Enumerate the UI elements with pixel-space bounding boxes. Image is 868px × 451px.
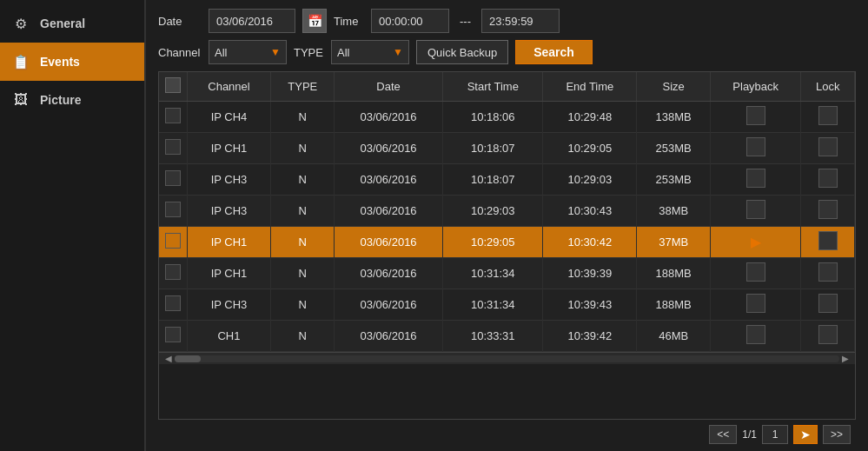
table-row[interactable]: IP CH3N03/06/201610:29:0310:30:4338MB	[159, 196, 855, 227]
table-row[interactable]: IP CH3N03/06/201610:18:0710:29:03253MB	[159, 164, 855, 196]
cell-type: N	[271, 102, 335, 133]
page-go-button[interactable]: ➤	[793, 425, 818, 444]
first-page-button[interactable]: <<	[709, 425, 737, 444]
time-start-input[interactable]	[371, 9, 449, 33]
cell-lock[interactable]	[801, 227, 855, 258]
header-start-time: Start Time	[443, 72, 543, 102]
cell-channel: IP CH4	[187, 102, 271, 133]
table-row[interactable]: IP CH1N03/06/201610:29:0510:30:4237MB▶	[159, 227, 855, 258]
cell-date: 03/06/2016	[335, 258, 443, 289]
cell-end-time: 10:29:05	[543, 133, 637, 164]
channel-dropdown[interactable]: All ▼	[209, 40, 287, 64]
type-label: TYPE	[294, 46, 324, 59]
row-checkbox[interactable]	[165, 264, 181, 280]
cell-size: 253MB	[637, 164, 711, 196]
cell-lock[interactable]	[801, 133, 855, 164]
row-checkbox[interactable]	[165, 233, 181, 249]
table-row[interactable]: IP CH3N03/06/201610:31:3410:39:43188MB	[159, 289, 855, 321]
cell-lock[interactable]	[801, 258, 855, 289]
lock-button[interactable]	[818, 200, 838, 219]
row-checkbox[interactable]	[165, 108, 181, 123]
table-row[interactable]: IP CH1N03/06/201610:18:0710:29:05253MB	[159, 133, 855, 164]
playback-icon[interactable]	[746, 325, 765, 344]
lock-button[interactable]	[818, 294, 838, 313]
header-checkbox[interactable]	[165, 77, 181, 93]
channel-arrow-icon: ▼	[270, 46, 281, 58]
cell-start-time: 10:29:03	[443, 196, 543, 227]
date-input[interactable]	[209, 9, 295, 33]
cell-start-time: 10:18:07	[443, 133, 543, 164]
cell-playback[interactable]	[711, 321, 801, 352]
row-checkbox[interactable]	[165, 170, 181, 186]
table-row[interactable]: IP CH1N03/06/201610:31:3410:39:39188MB	[159, 258, 855, 289]
row-checkbox[interactable]	[165, 139, 181, 155]
cell-size: 138MB	[637, 102, 711, 133]
table-row[interactable]: CH1N03/06/201610:33:3110:39:4246MB	[159, 321, 855, 352]
time-label: Time	[334, 15, 364, 28]
cell-channel: IP CH3	[187, 289, 271, 321]
cell-start-time: 10:29:05	[443, 227, 543, 258]
row-checkbox[interactable]	[165, 295, 181, 311]
playback-icon[interactable]	[746, 137, 765, 156]
cell-end-time: 10:39:43	[543, 289, 637, 321]
playback-icon[interactable]	[746, 169, 765, 188]
last-page-button[interactable]: >>	[823, 425, 851, 444]
cell-playback[interactable]: ▶	[711, 227, 801, 258]
type-dropdown[interactable]: All ▼	[331, 40, 409, 64]
row-checkbox[interactable]	[165, 202, 181, 217]
lock-button[interactable]	[818, 106, 838, 125]
calendar-button[interactable]: 📅	[302, 9, 327, 33]
time-end-input[interactable]	[481, 9, 560, 33]
cell-playback[interactable]	[711, 164, 801, 196]
playback-icon[interactable]	[746, 200, 765, 219]
lock-button[interactable]	[818, 325, 838, 344]
playback-icon[interactable]	[746, 106, 765, 125]
type-value: All	[337, 46, 389, 59]
cell-playback[interactable]	[711, 289, 801, 321]
cell-date: 03/06/2016	[335, 102, 443, 133]
cell-lock[interactable]	[801, 196, 855, 227]
play-button[interactable]: ▶	[751, 235, 761, 249]
cell-lock[interactable]	[801, 289, 855, 321]
scroll-left-icon[interactable]: ◀	[162, 354, 175, 363]
scroll-right-icon[interactable]: ▶	[839, 354, 851, 363]
time-separator: ---	[456, 15, 474, 28]
sidebar-item-events[interactable]: 📋 Events	[0, 43, 144, 81]
quick-backup-button[interactable]: Quick Backup	[416, 40, 508, 64]
lock-button[interactable]	[818, 169, 838, 188]
cell-lock[interactable]	[801, 164, 855, 196]
sidebar-item-general[interactable]: ⚙ General	[0, 4, 144, 43]
type-arrow-icon: ▼	[393, 46, 403, 58]
cell-lock[interactable]	[801, 321, 855, 352]
cell-start-time: 10:31:34	[443, 258, 543, 289]
sidebar-item-picture[interactable]: 🖼 Picture	[0, 81, 144, 119]
header-type: TYPE	[271, 72, 335, 102]
playback-icon[interactable]	[746, 262, 765, 282]
date-label: Date	[158, 15, 202, 28]
header-end-time: End Time	[543, 72, 637, 102]
cell-playback[interactable]	[711, 102, 801, 133]
search-button[interactable]: Search	[515, 40, 593, 64]
cell-channel: CH1	[187, 321, 271, 352]
cell-lock[interactable]	[801, 102, 855, 133]
cell-playback[interactable]	[711, 196, 801, 227]
cell-playback[interactable]	[711, 258, 801, 289]
table-row[interactable]: IP CH4N03/06/201610:18:0610:29:48138MB	[159, 102, 855, 133]
lock-button[interactable]	[818, 262, 838, 282]
cell-size: 38MB	[637, 196, 711, 227]
header-checkbox-col	[159, 72, 187, 102]
table-header-row: Channel TYPE Date Start Time End Time Si…	[159, 72, 855, 102]
row-checkbox[interactable]	[165, 327, 181, 342]
scrollbar-thumb[interactable]	[175, 355, 201, 362]
playback-icon[interactable]	[746, 294, 765, 313]
lock-button[interactable]	[818, 231, 838, 250]
cell-size: 188MB	[637, 258, 711, 289]
lock-button[interactable]	[818, 137, 838, 156]
page-number-input[interactable]	[762, 425, 788, 444]
cell-playback[interactable]	[711, 133, 801, 164]
cell-type: N	[271, 164, 335, 196]
horizontal-scrollbar[interactable]: ◀ ▶	[159, 352, 855, 364]
main-content: Date 📅 Time --- Channel All ▼ TYPE All ▼…	[146, 0, 868, 451]
controls-row1: Date 📅 Time ---	[158, 9, 856, 33]
general-icon: ⚙	[10, 13, 31, 34]
